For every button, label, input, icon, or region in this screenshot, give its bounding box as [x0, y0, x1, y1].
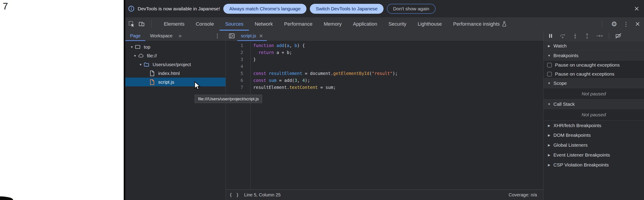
section-header-call-stack[interactable]: ▼Call Stack	[544, 99, 644, 109]
section-label: Scope	[554, 81, 567, 86]
inspect-icon[interactable]	[128, 21, 135, 27]
tree-item-script-js[interactable]: script.js	[125, 78, 226, 86]
overflow-tabs-icon[interactable]: »	[178, 33, 182, 39]
not-paused-placeholder: Not paused	[544, 88, 644, 99]
step-into-icon[interactable]	[572, 33, 578, 39]
checkbox-row-pause-on-caught-exceptions[interactable]: Pause on caught exceptions	[544, 69, 644, 78]
tree-item-top[interactable]: ▼top	[125, 42, 226, 51]
line-number[interactable]: 4	[226, 63, 250, 70]
checkbox-label: Pause on uncaught exceptions	[555, 62, 620, 68]
section-label: Call Stack	[554, 101, 575, 107]
pretty-print-icon[interactable]: { }	[230, 193, 240, 197]
section-label: Global Listeners	[554, 142, 588, 148]
section-header-breakpoints[interactable]: ▼Breakpoints	[544, 51, 644, 60]
deactivate-breakpoints-icon[interactable]	[615, 33, 622, 39]
line-number[interactable]: 7	[226, 84, 250, 91]
tree-item-label: file://	[147, 53, 157, 58]
device-toolbar-icon[interactable]	[138, 21, 145, 27]
mouse-cursor	[194, 81, 201, 92]
not-paused-placeholder: Not paused	[544, 109, 644, 120]
navigator-kebab-icon[interactable]: ⋮	[214, 33, 220, 39]
section-header-csp-violation-breakpoints[interactable]: ▶CSP Violation Breakpoints	[544, 160, 644, 170]
tree-item-index-html[interactable]: index.html	[125, 69, 226, 78]
tab-performance-insights[interactable]: Performance insights	[448, 17, 512, 31]
checkbox-row-pause-on-uncaught-exceptions[interactable]: Pause on uncaught exceptions	[544, 60, 644, 69]
settings-gear-icon[interactable]: ⚙	[611, 21, 617, 27]
infobar-message: DevTools is now available in Japanese!	[138, 6, 220, 11]
expanded-triangle-icon: ▼	[547, 54, 551, 57]
cloud-icon	[138, 53, 144, 59]
collapsed-triangle-icon: ▶	[547, 153, 551, 157]
code-line-3: }	[253, 56, 398, 63]
code-line-6: const sum = add(3, 4);	[253, 77, 398, 84]
line-number[interactable]: 6	[226, 77, 250, 84]
tab-close-icon[interactable]	[259, 34, 263, 38]
tab-network[interactable]: Network	[249, 17, 278, 31]
tab-security[interactable]: Security	[383, 17, 412, 31]
tab-memory[interactable]: Memory	[318, 17, 347, 31]
section-header-xhr-fetch-breakpoints[interactable]: ▶XHR/fetch Breakpoints	[544, 120, 644, 130]
line-number-gutter[interactable]: 1234567	[226, 41, 250, 190]
switch-devtools-japanese-button[interactable]: Switch DevTools to Japanese	[310, 4, 383, 14]
navigator-tab-workspace[interactable]: Workspace	[145, 31, 177, 41]
section-label: XHR/fetch Breakpoints	[554, 123, 601, 128]
debugger-toolbar	[544, 31, 644, 41]
infobar-close-icon[interactable]	[634, 6, 640, 11]
editor-tab-label: script.js	[241, 33, 256, 38]
expand-triangle-icon[interactable]: ▼	[138, 63, 143, 66]
line-number[interactable]: 5	[226, 70, 250, 77]
info-icon	[128, 6, 134, 12]
tree-item-file[interactable]: ▼file://	[125, 51, 226, 60]
code-line-5: const resultElement = document.getElemen…	[253, 70, 398, 77]
expand-triangle-icon[interactable]: ▼	[133, 54, 137, 58]
code-line-1: function add(a, b) {	[253, 42, 398, 49]
expanded-triangle-icon: ▼	[547, 81, 551, 85]
tab-application[interactable]: Application	[347, 17, 383, 31]
toolbar-right: ⚙ ⋮	[599, 20, 644, 28]
panel-toggle-icon[interactable]	[228, 33, 235, 39]
step-icon[interactable]	[596, 33, 603, 39]
panel-tabs: ElementsConsoleSourcesNetworkPerformance…	[158, 17, 512, 31]
infobar: DevTools is now available in Japanese! A…	[125, 0, 644, 17]
navigator-tab-page[interactable]: Page	[125, 31, 145, 41]
flask-icon	[502, 21, 507, 27]
dont-show-again-button[interactable]: Don't show again	[387, 4, 436, 14]
navigator-tabs: PageWorkspace	[125, 31, 177, 41]
section-header-event-listener-breakpoints[interactable]: ▶Event Listener Breakpoints	[544, 150, 644, 160]
tree-item-label: top	[144, 44, 150, 50]
section-header-watch[interactable]: ▶Watch	[544, 41, 644, 51]
line-number[interactable]: 1	[226, 42, 250, 49]
more-options-kebab-icon[interactable]: ⋮	[623, 21, 629, 27]
partial-cursor-artifact	[0, 197, 13, 200]
editor-tab-script-js[interactable]: script.js	[237, 31, 267, 41]
editor-tabstrip: script.js	[226, 31, 543, 41]
section-header-global-listeners[interactable]: ▶Global Listeners	[544, 140, 644, 150]
tab-elements[interactable]: Elements	[158, 17, 190, 31]
toolbar-separator	[602, 20, 602, 28]
step-out-icon[interactable]	[584, 33, 590, 39]
section-header-scope[interactable]: ▼Scope	[544, 78, 644, 88]
devtools-close-icon[interactable]	[635, 21, 640, 27]
expand-triangle-icon[interactable]: ▼	[130, 45, 134, 49]
tab-performance[interactable]: Performance	[278, 17, 318, 31]
pause-icon[interactable]	[548, 33, 554, 39]
collapsed-triangle-icon: ▶	[547, 44, 551, 48]
tree-item-users-user-project[interactable]: ▼Users/user/project	[125, 60, 226, 69]
section-header-dom-breakpoints[interactable]: ▶DOM Breakpoints	[544, 130, 644, 140]
code-content[interactable]: function add(a, b) { return a + b;}const…	[250, 41, 398, 190]
file-tree: ▼top▼file://▼Users/user/projectindex.htm…	[125, 41, 226, 200]
checkbox-icon[interactable]	[547, 72, 552, 76]
line-number[interactable]: 3	[226, 56, 250, 63]
code-line-2: return a + b;	[253, 49, 398, 56]
checkbox-icon[interactable]	[547, 63, 552, 67]
tab-console[interactable]: Console	[190, 17, 220, 31]
tab-lighthouse[interactable]: Lighthouse	[412, 17, 448, 31]
step-over-icon[interactable]	[560, 33, 566, 39]
tree-item-label: index.html	[158, 71, 180, 76]
tree-item-label: Users/user/project	[152, 62, 191, 67]
tab-sources[interactable]: Sources	[220, 17, 249, 31]
always-match-language-button[interactable]: Always match Chrome's language	[223, 4, 306, 14]
toolbar-separator	[151, 20, 152, 28]
line-number[interactable]: 2	[226, 49, 250, 56]
collapsed-triangle-icon: ▶	[547, 133, 551, 137]
